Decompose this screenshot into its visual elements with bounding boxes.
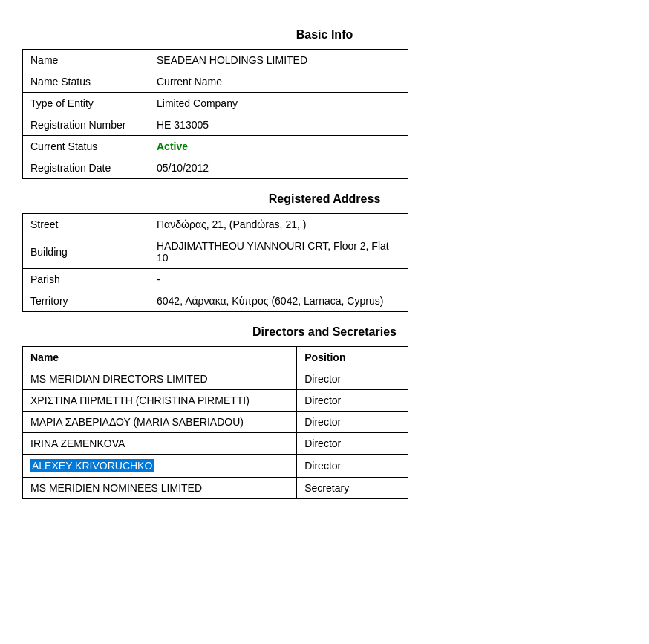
row-label: Parish <box>23 269 149 290</box>
row-value: Limited Company <box>149 93 408 114</box>
row-label: Name Status <box>23 71 149 93</box>
director-position: Director <box>297 455 408 478</box>
table-row: MS MERIDIEN NOMINEES LIMITEDSecretary <box>23 478 408 499</box>
table-row: Parish- <box>23 269 408 290</box>
directors-secretaries-table: Name Position MS MERIDIAN DIRECTORS LIMI… <box>22 346 408 499</box>
table-row: Registration NumberHE 313005 <box>23 114 408 136</box>
table-row: IRINA ZEMENKOVADirector <box>23 433 408 455</box>
col-header-name: Name <box>23 347 297 368</box>
status-badge: Active <box>157 140 188 152</box>
row-value: - <box>149 269 408 290</box>
row-label: Registration Date <box>23 157 149 179</box>
row-value: SEADEAN HOLDINGS LIMITED <box>149 50 408 71</box>
row-value: 6042, Λάρνακα, Κύπρος (6042, Larnaca, Cy… <box>149 290 408 312</box>
row-value: Active <box>149 136 408 157</box>
director-name: ΧΡΙΣΤΙΝΑ ΠΙΡΜΕΤΤΗ (CHRISTINA PIRMETTI) <box>23 390 297 412</box>
directors-secretaries-title: Directors and Secretaries <box>22 325 627 339</box>
table-row: ΧΡΙΣΤΙΝΑ ΠΙΡΜΕΤΤΗ (CHRISTINA PIRMETTI)Di… <box>23 390 408 412</box>
highlighted-director-name: ALEXEY KRIVORUCHKO <box>30 459 154 472</box>
director-name: MS MERIDIAN DIRECTORS LIMITED <box>23 368 297 390</box>
row-label: Name <box>23 50 149 71</box>
table-row: Current StatusActive <box>23 136 408 157</box>
director-position: Director <box>297 390 408 412</box>
director-position: Director <box>297 412 408 433</box>
director-name: IRINA ZEMENKOVA <box>23 433 297 455</box>
row-value: 05/10/2012 <box>149 157 408 179</box>
row-value: Πανδώρας, 21, (Pandώras, 21, ) <box>149 214 408 235</box>
row-label: Street <box>23 214 149 235</box>
registered-address-table: StreetΠανδώρας, 21, (Pandώras, 21, )Buil… <box>22 213 408 312</box>
basic-info-title: Basic Info <box>22 28 627 42</box>
row-label: Type of Entity <box>23 93 149 114</box>
director-position: Director <box>297 433 408 455</box>
table-row: Name StatusCurrent Name <box>23 71 408 93</box>
director-name: ΜΑΡΙΑ ΣΑΒΕΡΙΑΔΟΥ (MARIA SABERIADOU) <box>23 412 297 433</box>
table-row: MS MERIDIAN DIRECTORS LIMITEDDirector <box>23 368 408 390</box>
row-value: Current Name <box>149 71 408 93</box>
director-name: ALEXEY KRIVORUCHKO <box>23 455 297 478</box>
table-row: BuildingHADJIMATTHEOU YIANNOURI CRT, Flo… <box>23 235 408 269</box>
basic-info-table: NameSEADEAN HOLDINGS LIMITEDName StatusC… <box>22 49 408 179</box>
row-value: HADJIMATTHEOU YIANNOURI CRT, Floor 2, Fl… <box>149 235 408 269</box>
table-row: NameSEADEAN HOLDINGS LIMITED <box>23 50 408 71</box>
registered-address-title: Registered Address <box>22 192 627 206</box>
row-value: HE 313005 <box>149 114 408 136</box>
director-position: Secretary <box>297 478 408 499</box>
col-header-position: Position <box>297 347 408 368</box>
row-label: Building <box>23 235 149 269</box>
table-row: ALEXEY KRIVORUCHKODirector <box>23 455 408 478</box>
row-label: Territory <box>23 290 149 312</box>
table-row: StreetΠανδώρας, 21, (Pandώras, 21, ) <box>23 214 408 235</box>
director-position: Director <box>297 368 408 390</box>
table-row: ΜΑΡΙΑ ΣΑΒΕΡΙΑΔΟΥ (MARIA SABERIADOU)Direc… <box>23 412 408 433</box>
row-label: Registration Number <box>23 114 149 136</box>
table-row: Territory6042, Λάρνακα, Κύπρος (6042, La… <box>23 290 408 312</box>
director-name: MS MERIDIEN NOMINEES LIMITED <box>23 478 297 499</box>
table-row: Registration Date05/10/2012 <box>23 157 408 179</box>
table-row: Type of EntityLimited Company <box>23 93 408 114</box>
row-label: Current Status <box>23 136 149 157</box>
